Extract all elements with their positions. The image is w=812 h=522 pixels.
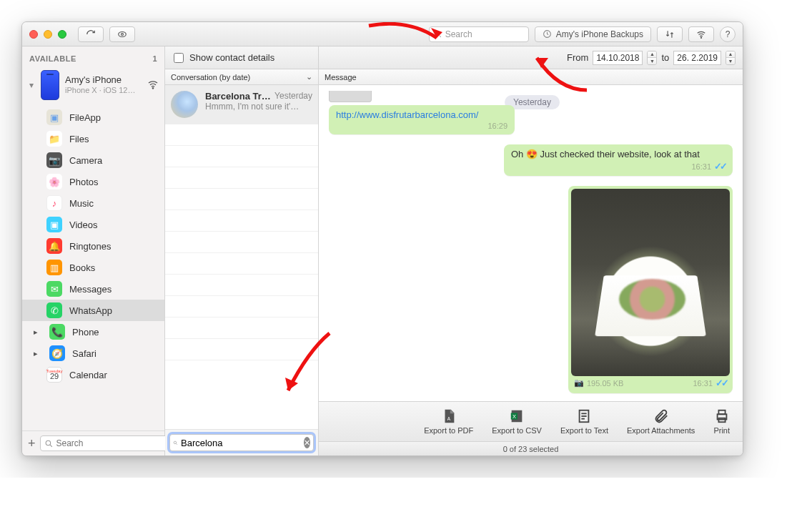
to-date-field[interactable]: 26. 2.2019 [673, 51, 721, 65]
photo-attachment[interactable] [571, 189, 730, 376]
from-date-stepper[interactable]: ▲▼ [647, 51, 657, 65]
read-ticks-icon: ✓✓ [714, 161, 726, 172]
conversation-snippet: Hmmm, I'm not sure it'… [205, 102, 312, 112]
export-pdf-button[interactable]: A Export to PDF [424, 408, 473, 435]
from-date-field[interactable]: 14.10.2018 [593, 51, 643, 65]
svg-line-8 [176, 443, 177, 444]
svg-line-3 [439, 35, 441, 37]
to-date-stepper[interactable]: ▲▼ [726, 51, 736, 65]
message-bubble-photo[interactable]: 📷195.05 KB 16:31✓✓ [568, 186, 733, 393]
message-text: Oh 😍 Just checked their website, look at… [511, 149, 726, 159]
sidebar-list: ▣FileApp 📁Files 📷Camera 🌸Photos ♪Music ▣… [22, 103, 164, 430]
column-header-label: Message [325, 73, 357, 82]
action-label: Print [713, 426, 730, 435]
from-date-value: 14.10.2018 [596, 53, 639, 63]
conversation-column-header[interactable]: Conversation (by date) ⌄ [165, 69, 318, 85]
date-filter-bar: From 14.10.2018 ▲▼ to 26. 2.2019 ▲▼ [319, 46, 743, 69]
wifi-icon [147, 79, 159, 92]
sidebar-item-ringtones[interactable]: 🔔Ringtones [22, 235, 164, 257]
chevron-down-icon: ▾ [28, 80, 35, 90]
svg-point-1 [122, 33, 124, 35]
conversation-list: Barcelona Tr… Yesterday Hmmm, I'm not su… [165, 85, 318, 429]
zoom-window-button[interactable] [58, 30, 66, 39]
sidebar-item-label: Phone [72, 327, 99, 338]
backups-dropdown[interactable]: Amy's iPhone Backups [535, 26, 651, 42]
conversation-column: Show contact details Conversation (by da… [165, 46, 319, 455]
wifi-button[interactable] [688, 26, 714, 42]
window-controls [29, 30, 66, 39]
global-search-field[interactable]: Search [429, 26, 529, 42]
sidebar-item-label: Messages [69, 284, 112, 295]
minimize-window-button[interactable] [44, 30, 52, 39]
conversation-item[interactable]: Barcelona Tr… Yesterday Hmmm, I'm not su… [165, 85, 318, 124]
transfer-button[interactable] [657, 26, 683, 42]
sidebar-header-label: AVAILABLE [29, 54, 76, 63]
sidebar-item-messages[interactable]: ✉Messages [22, 278, 164, 300]
message-time: 16:31 [693, 379, 713, 388]
chevron-right-icon: ▸ [34, 349, 42, 358]
sidebar-item-label: Calendar [69, 370, 107, 380]
sidebar-item-label: FileApp [69, 112, 101, 123]
svg-point-0 [119, 31, 127, 36]
sidebar-item-whatsapp[interactable]: ✆WhatsApp [22, 300, 164, 321]
refresh-button[interactable] [78, 26, 104, 42]
preview-button[interactable] [109, 26, 135, 42]
sidebar-item-files[interactable]: 📁Files [22, 128, 164, 149]
sidebar-header-count: 1 [152, 54, 157, 63]
message-time: 16:29 [487, 122, 508, 130]
sidebar-item-label: Files [69, 134, 89, 144]
sidebar-item-books[interactable]: ▥Books [22, 257, 164, 278]
export-text-button[interactable]: Export to Text [560, 408, 608, 435]
chevron-down-icon: ⌄ [306, 72, 312, 82]
sidebar-item-safari[interactable]: ▸🧭Safari [22, 343, 164, 364]
photo-size: 195.05 KB [587, 379, 623, 388]
chevron-right-icon: ▸ [34, 328, 42, 337]
camera-icon: 📷 [574, 378, 584, 388]
svg-point-2 [435, 31, 440, 36]
message-link[interactable]: http://www.disfrutarbarcelona.com/ [336, 109, 478, 120]
show-contact-checkbox[interactable] [174, 53, 184, 63]
clear-search-button[interactable]: ✕ [304, 437, 310, 448]
from-label: From [567, 52, 588, 63]
sidebar-item-videos[interactable]: ▣Videos [22, 214, 164, 235]
chat-area[interactable]: Yesterday http://www.disfrutarbarcelona.… [319, 85, 743, 401]
action-label: Export to CSV [492, 426, 542, 435]
action-label: Export to PDF [424, 426, 473, 435]
export-attachments-button[interactable]: Export Attachments [627, 408, 695, 435]
conversation-search-input[interactable] [178, 438, 304, 448]
message-bubble-text[interactable]: Oh 😍 Just checked their website, look at… [504, 144, 733, 176]
search-icon [173, 438, 178, 448]
conversation-search-field[interactable]: ✕ [169, 434, 314, 451]
conversation-avatar [171, 91, 198, 118]
svg-point-6 [152, 87, 153, 88]
close-window-button[interactable] [29, 30, 38, 39]
export-csv-button[interactable]: X Export to CSV [492, 408, 542, 435]
status-text: 0 of 23 selected [503, 445, 559, 453]
sidebar-item-photos[interactable]: 🌸Photos [22, 171, 164, 192]
print-button[interactable]: Print [713, 408, 730, 435]
device-row[interactable]: ▾ Amy's iPhone iPhone X · iOS 12… [22, 67, 164, 103]
sidebar-item-camera[interactable]: 📷Camera [22, 149, 164, 171]
add-button[interactable]: + [28, 435, 36, 451]
message-bubble-link[interactable]: http://www.disfrutarbarcelona.com/ 16:29 [329, 105, 515, 134]
sidebar-item-phone[interactable]: ▸📞Phone [22, 321, 164, 343]
device-name: Amy's iPhone [65, 75, 135, 86]
sidebar-item-calendar[interactable]: Tuesday29Calendar [22, 364, 164, 385]
sidebar-item-label: Photos [69, 177, 98, 187]
sidebar-search-input[interactable] [40, 435, 179, 451]
sidebar: AVAILABLE 1 ▾ Amy's iPhone iPhone X · iO… [22, 46, 165, 455]
chat-column: From 14.10.2018 ▲▼ to 26. 2.2019 ▲▼ Mess… [319, 46, 743, 455]
help-button[interactable]: ? [720, 26, 736, 42]
sidebar-item-fileapp[interactable]: ▣FileApp [22, 107, 164, 128]
svg-text:X: X [513, 413, 516, 420]
sidebar-item-label: Safari [72, 348, 96, 359]
sidebar-item-label: Camera [69, 155, 102, 166]
search-placeholder: Search [445, 29, 472, 39]
export-action-bar: A Export to PDF X Export to CSV Export t… [319, 401, 743, 441]
app-window: Search Amy's iPhone Backups ? AVAILABLE … [21, 21, 743, 456]
sidebar-item-music[interactable]: ♪Music [22, 192, 164, 214]
svg-rect-18 [718, 410, 725, 415]
to-label: to [661, 52, 669, 63]
message-time: 16:31 [691, 162, 711, 171]
message-column-header[interactable]: Message [319, 69, 743, 85]
